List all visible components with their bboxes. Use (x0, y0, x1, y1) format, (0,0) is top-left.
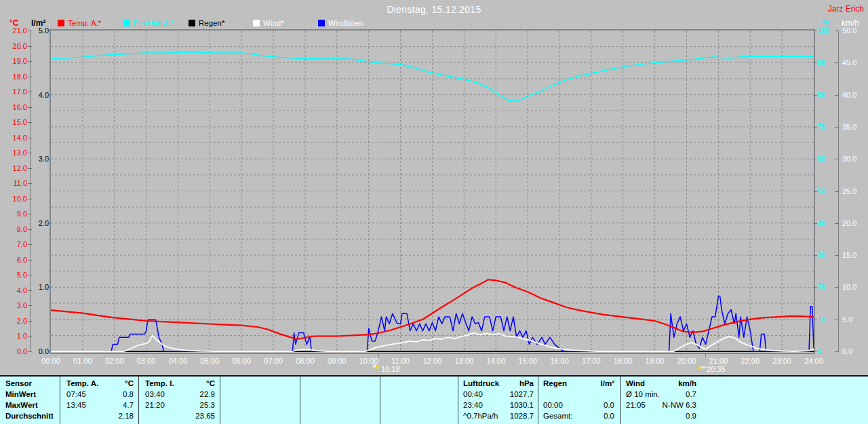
table-cell: MinWert (5, 390, 36, 401)
table-cell-value: 2.18 (60, 412, 134, 423)
table-cell-value: 0.7 (620, 390, 696, 401)
sunrise-marker: ✳⬆10:18 (372, 364, 400, 374)
table-cell-value: 1027.7 (458, 390, 534, 401)
table-cell-value: hPa (458, 379, 534, 390)
sunrise-marker-tick (378, 353, 379, 357)
table-cell-value: km/h (620, 379, 696, 390)
weather-day-chart-window: Dienstag, 15.12.2015 Jarz Erich °C l/m² … (0, 0, 868, 424)
table-cell-value: °C (60, 379, 134, 390)
table-cell: MaxWert (5, 401, 38, 412)
table-cell-value: 0.9 (620, 412, 696, 423)
statistics-table: SensorMinWertMaxWertDurchschnittTemp. A.… (0, 375, 868, 424)
table-cell-value: 23.65 (138, 412, 215, 423)
sunrise-icon: ✳⬆ (372, 364, 381, 373)
table-column-separator (380, 377, 380, 424)
table-cell-value: 22.9 (138, 390, 215, 401)
sunset-marker: ⬇☁20:35 (697, 364, 726, 374)
table-cell-value: l/m² (538, 379, 614, 390)
sunset-icon: ⬇☁ (697, 364, 707, 373)
table-cell-value: °C (138, 379, 215, 390)
marker-time-label: 20:35 (707, 365, 726, 373)
table-cell-value: 0.8 (60, 390, 134, 401)
sun-markers: ✳⬆10:18⬇☁20:35 (0, 0, 868, 375)
table-column-separator (300, 377, 300, 424)
table-cell-value: N-NW 6.3 (620, 401, 696, 412)
table-column-separator (220, 377, 220, 424)
table-cell-value: 4.7 (60, 401, 134, 412)
table-cell-value: 0.0 (538, 412, 614, 423)
table-cell-value: 1028.7 (458, 412, 534, 423)
table-cell: Sensor (5, 379, 32, 390)
table-cell-value: 25.3 (138, 401, 215, 412)
marker-time-label: 10:18 (381, 365, 400, 373)
table-cell: Durchschnitt (5, 412, 54, 423)
table-cell-value: 1030.1 (458, 401, 534, 412)
table-cell-value: 0.0 (538, 401, 614, 412)
sunset-marker-tick (705, 353, 706, 357)
